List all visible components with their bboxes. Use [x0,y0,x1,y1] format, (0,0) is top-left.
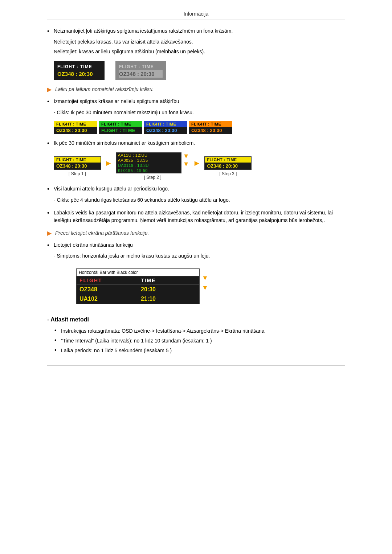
step-box-1: FLIGHT : TIME OZ348 : 20:30 [ Step 1 ] [54,156,101,176]
step-3-data: OZ348 : 20:30 [205,163,251,169]
step-1-display: FLIGHT : TIME OZ348 : 20:30 [54,156,101,170]
atlasit-bullet-1: • Instrukcijas rokasgrāmata: OSD izvēlne… [54,327,345,335]
bullet-text-2: Izmantojiet spilgtas krāsas ar nelielu s… [54,98,179,105]
hbar-container: Horizontāl Bar with Black color FLIGHT T… [76,268,200,304]
arrow-1: ► [105,159,113,168]
atlasit-section: - Atlasīt metodi • Instrukcijas rokasgrā… [47,316,345,354]
arrow-2: ► [193,159,201,168]
step-2-row4: KI 0195 : 19:50 [117,168,181,173]
section-brightness: • Neizmantojiet ļoti atšķirīgus spilgtum… [47,27,345,80]
flight-boxes-row: FLIGHT : TIME OZ348 : 20:30 FLIGHT : TIM… [54,61,345,80]
section-moving: • Ik pēc 30 minūtēm simbolus nomainiet a… [47,139,345,180]
sub-text-2: Nelietojiet: krāsas ar lielu spilgtuma a… [54,48,345,56]
bullet-text-6: Lietojiet ekrāna ritināšanas funkciju [54,241,133,249]
info-text-1: Laiku pa laikam nomainiet rakstzīmju krā… [55,86,154,93]
section-best: • Labākais veids kā pasargāt monitoru no… [47,209,345,224]
bullet-dot-6: • [47,241,54,249]
color-box-green: FLIGHT : TIME FLIGHT : TI ME [99,121,142,134]
page-container: Informācija • Neizmantojiet ļoti atšķirī… [33,0,359,377]
section-colors: • Izmantojiet spilgtas krāsas ar nelielu… [47,98,345,134]
bullet-item-3: • Ik pēc 30 minūtēm simbolus nomainiet a… [47,139,345,147]
atlasit-heading: - Atlasīt metodi [47,316,345,323]
bullet-dot-4: • [47,185,54,193]
sub-text-4: - Cikls: pēc 4 stundu ilgas lietošanas 6… [54,196,345,204]
step-2-with-arrow: AA11U : 12:UU AA0025 : 13:35 UA0119 : 13… [116,152,189,173]
step-box-2: AA11U : 12:UU AA0025 : 13:35 UA0119 : 13… [116,152,189,180]
step-1-data: OZ348 : 20:30 [54,163,101,169]
bullet-text-4: Visi laukumi attēlo kustīgu attēlu ar pe… [54,185,169,193]
color-box-orange-data: OZ348 : 20:30 [189,127,232,134]
flight-box-gray-data: OZ348 : 20:30 [119,70,163,78]
bullet-item-6: • Lietojiet ekrāna ritināšanas funkciju [47,241,345,249]
color-box-green-data: FLIGHT : TI ME [99,127,142,134]
bullet-dot-2: • [47,98,54,106]
step-3-header: FLIGHT : TIME [205,157,251,163]
hbar-r1-time: 20:30 [138,285,199,294]
hbar-col-headers: FLIGHT TIME [77,276,199,285]
step-2-arrows: ▼ ▼ [183,153,189,167]
bullet-dot-1: • [47,27,54,35]
atlasit-bullet-3: • Laika periods: no 1 līdz 5 sekundēm (i… [54,347,345,354]
steps-row: FLIGHT : TIME OZ348 : 20:30 [ Step 1 ] ►… [54,152,345,180]
hbar-col-time: TIME [138,276,199,284]
hbar-title-row: Horizontāl Bar with Black color [77,269,199,276]
hbar-scroll-arrows: ▼ ▼ [202,274,208,292]
flight-box-dark-header: FLIGHT : TIME [57,63,101,70]
color-cycle-row: FLIGHT : TIME OZ348 : 20:30 FLIGHT : TIM… [54,121,345,134]
bullet-item-2: • Izmantojiet spilgtas krāsas ar nelielu… [47,98,345,106]
step-2-row2: AA0025 : 13:35 [117,158,181,163]
section-scroll: • Lietojiet ekrāna ritināšanas funkciju … [47,241,345,309]
step-2-row1: AA11U : 12:UU [117,153,181,158]
step-2-arrow-up: ▼ [183,153,189,159]
bullet-text-5: Labākais veids kā pasargāt monitoru no a… [54,209,345,224]
scroll-arrow-down-2: ▼ [202,284,208,292]
atlasit-text-1: Instrukcijas rokasgrāmata: OSD izvēlne->… [61,327,265,335]
section-logo: • Visi laukumi attēlo kustīgu attēlu ar … [47,185,345,204]
hbar-col-flight: FLIGHT [77,276,138,284]
step-1-label: [ Step 1 ] [69,171,86,176]
atlasit-dot-1: • [54,327,61,334]
step-2-arrow-down: ▼ [183,161,189,167]
step-3-label: [ Step 3 ] [219,171,237,176]
color-box-orange-header: FLIGHT : TIME [189,121,232,127]
bullet-text-1: Neizmantojiet ļoti atšķirīgus spilgtuma … [54,27,233,35]
scroll-arrow-down-1: ▼ [202,274,208,282]
hbar-r1-flight: OZ348 [77,285,138,294]
hbar-r2-time: 21:10 [138,294,199,304]
bullet-dot-3: • [47,139,54,147]
hbar-data-row-1: OZ348 20:30 [77,285,199,294]
bullet-item-5: • Labākais veids kā pasargāt monitoru no… [47,209,345,224]
atlasit-bullet-2: • "Time Interval" (Laika intervāls): no … [54,337,345,345]
step-2-label: [ Step 2 ] [144,175,162,180]
color-box-green-header: FLIGHT : TIME [99,121,142,127]
color-box-yellow-data: OZ348 : 20:30 [54,127,97,134]
atlasit-text-2: "Time Interval" (Laika intervāls): no 1 … [61,337,212,345]
bullet-text-3: Ik pēc 30 minūtēm simbolus nomainiet ar … [54,139,195,147]
step-3-display: FLIGHT : TIME OZ348 : 20:30 [204,156,252,170]
color-box-blue: FLIGHT : TIME OZ348 : 20:30 [144,121,187,134]
atlasit-text-3: Laika periods: no 1 līdz 5 sekundēm (ies… [61,347,172,354]
atlasit-dot-3: • [54,347,61,353]
step-2-row3: UA0119 : 13:3U [117,163,181,168]
flight-box-gray: FLIGHT : TIME OZ348 : 20:30 [115,61,166,80]
info-icon-2: ▶ [47,230,55,237]
bullet-item-1: • Neizmantojiet ļoti atšķirīgus spilgtum… [47,27,345,35]
hbar-data-row-2: UA102 21:10 [77,294,199,304]
page-title: Informācija [47,11,345,20]
hbar-section: Horizontāl Bar with Black color FLIGHT T… [62,263,345,309]
flight-box-dark-data: OZ348 : 20:30 [57,70,101,78]
hbar-title-text: Horizontāl Bar with Black color [79,270,138,275]
info-text-2: Precei lietojiet ekrāna pārtīšanas funkc… [55,229,149,237]
color-box-yellow-header: FLIGHT : TIME [54,121,97,127]
color-box-blue-header: FLIGHT : TIME [144,121,187,127]
flight-box-gray-header: FLIGHT : TIME [119,63,163,70]
color-box-orange: FLIGHT : TIME OZ348 : 20:30 [189,121,232,134]
info-icon-1: ▶ [47,86,55,93]
sub-text-1: Nelietojiet pelēkas krāsas, tas var izra… [54,38,345,46]
color-box-blue-data: OZ348 : 20:30 [144,127,187,134]
flight-box-dark: FLIGHT : TIME OZ348 : 20:30 [54,61,105,80]
info-bullet-2: ▶ Precei lietojiet ekrāna pārtīšanas fun… [47,229,345,237]
sub-text-5: - Simptoms: horizontālā josla ar melno k… [54,252,345,260]
step-box-3: FLIGHT : TIME OZ348 : 20:30 [ Step 3 ] [204,156,252,176]
bottom-divider [47,365,345,366]
